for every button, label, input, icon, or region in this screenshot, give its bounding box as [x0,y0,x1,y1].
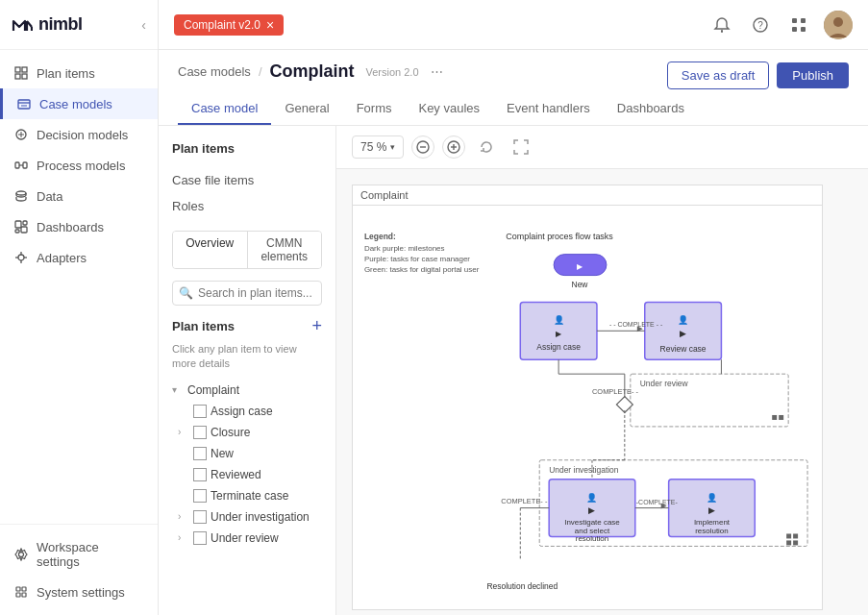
sidebar-case-models-label: Case models [39,97,112,111]
view-toggle: Overview CMMN elements [172,231,322,269]
svg-rect-34 [792,18,797,23]
tab-close-icon[interactable]: × [266,18,274,32]
tab-general[interactable]: General [271,93,342,125]
tab-event-handlers[interactable]: Event handlers [493,93,604,125]
svg-text:COMPLETE- -: COMPLETE- - [592,387,639,396]
tree-item-under-investigation[interactable]: › Under investigation [159,506,335,528]
svg-text:and select: and select [575,527,610,535]
svg-rect-37 [801,27,806,32]
save-draft-button[interactable]: Save as draft [667,62,770,89]
active-tab-pill[interactable]: Complaint v2.0 × [174,14,284,36]
tree-item-under-review[interactable]: › Under review [159,528,335,549]
svg-text:- - COMPLETE - -: - - COMPLETE - - [609,321,663,328]
svg-point-39 [833,17,843,27]
svg-text:Legend:: Legend: [364,232,396,241]
fullscreen-button[interactable] [508,134,534,160]
sidebar-dashboards-label: Dashboards [37,220,104,234]
svg-text:COMPLETE- -: COMPLETE- - [501,497,548,505]
sidebar-bottom: Workspace settings System settings [0,524,158,615]
svg-rect-13 [15,162,19,168]
svg-rect-19 [15,230,19,233]
sidebar-item-workspace-settings[interactable]: Workspace settings [0,532,158,577]
breadcrumb-more-icon[interactable]: ⋯ [431,64,443,79]
svg-rect-28 [22,587,26,591]
sidebar-item-data[interactable]: Data [0,181,158,211]
avatar[interactable] [824,11,853,39]
svg-rect-29 [16,593,20,597]
svg-text:Under review: Under review [640,379,689,388]
svg-rect-80 [793,540,798,545]
breadcrumb-separator: / [259,64,262,79]
tab-forms[interactable]: Forms [343,93,406,125]
dashboards-icon [13,219,29,234]
data-icon [13,188,29,204]
tab-dashboards[interactable]: Dashboards [604,93,698,125]
apps-button[interactable] [785,12,812,38]
topbar: Complaint v2.0 × ? [159,0,868,50]
collapse-button[interactable]: ‹ [141,17,146,33]
svg-text:?: ? [757,20,763,31]
tree-item-complaint-label: Complaint [187,383,239,397]
cmmn-elements-view-button[interactable]: CMMN elements [248,232,322,268]
sidebar-nav: Plan items Case models Decision models P… [0,50,158,524]
svg-text:Under investigation: Under investigation [549,465,619,475]
roles-link[interactable]: Roles [159,193,335,219]
publish-button[interactable]: Publish [777,62,849,88]
svg-text:▶: ▶ [680,329,686,338]
sidebar-item-decision-models[interactable]: Decision models [0,119,158,150]
tab-key-vaules[interactable]: Key vaules [405,93,493,125]
tree-item-closure[interactable]: › Closure [159,422,335,443]
sidebar-item-process-models[interactable]: Process models [0,150,158,181]
svg-rect-6 [22,74,27,79]
zoom-display[interactable]: 75 % ▾ [352,135,404,159]
zoom-out-button[interactable] [411,135,434,159]
sidebar-process-models-label: Process models [37,159,125,173]
reset-view-button[interactable] [473,134,500,160]
svg-rect-77 [786,533,791,538]
tree-item-terminate-case[interactable]: Terminate case [159,485,335,506]
case-file-items-link[interactable]: Case file items [159,167,335,193]
body: Plan items Case file items Roles Overvie… [159,126,868,615]
tree-item-complaint[interactable]: ▾ Complaint [159,380,335,401]
canvas[interactable]: Complaint Legend: Dark purple: milestone… [336,169,868,615]
search-input[interactable] [172,281,322,306]
svg-text:Review case: Review case [660,344,707,354]
chevron-right-icon: › [178,532,189,543]
overview-view-button[interactable]: Overview [173,232,248,268]
svg-rect-53 [520,302,597,359]
sidebar-item-system-settings[interactable]: System settings [0,577,158,607]
svg-text:▶: ▶ [556,330,562,338]
sidebar-item-dashboards[interactable]: Dashboards [0,211,158,242]
svg-point-26 [19,553,24,557]
help-button[interactable]: ? [747,12,774,38]
svg-point-21 [18,255,24,260]
tree-item-new[interactable]: New [159,443,335,464]
plan-items-section-title: Plan items [172,137,322,160]
task-icon [193,489,207,503]
sidebar-item-case-models[interactable]: Case models [0,88,158,119]
task-icon [193,405,207,418]
svg-point-16 [16,191,26,195]
notification-button[interactable] [708,12,735,38]
breadcrumb: Case models / Complaint Version 2.0 ⋯ [178,62,443,82]
task-icon [193,426,207,439]
svg-rect-36 [792,27,797,32]
svg-marker-64 [637,326,643,332]
tree-item-reviewed[interactable]: Reviewed [159,464,335,485]
svg-text:👤: 👤 [678,314,689,326]
plan-items-header: Plan items + [159,313,335,342]
zoom-in-button[interactable] [442,135,465,159]
svg-rect-79 [786,540,791,545]
chevron-down-icon: ▾ [172,384,184,395]
tree-item-under-review-label: Under review [211,531,279,545]
search-icon: 🔍 [179,286,193,300]
left-panel: Plan items Case file items Roles Overvie… [159,126,336,615]
breadcrumb-parent[interactable]: Case models [178,64,251,79]
sidebar-item-adapters[interactable]: Adapters [0,242,158,273]
add-plan-item-button[interactable]: + [311,317,322,334]
logo-area: nimbl ‹ [0,0,158,50]
svg-text:👤: 👤 [554,314,565,326]
tree-item-assign-case[interactable]: Assign case [159,401,335,422]
sidebar-item-overview[interactable]: Plan items [0,58,158,88]
tab-case-model[interactable]: Case model [178,93,271,125]
